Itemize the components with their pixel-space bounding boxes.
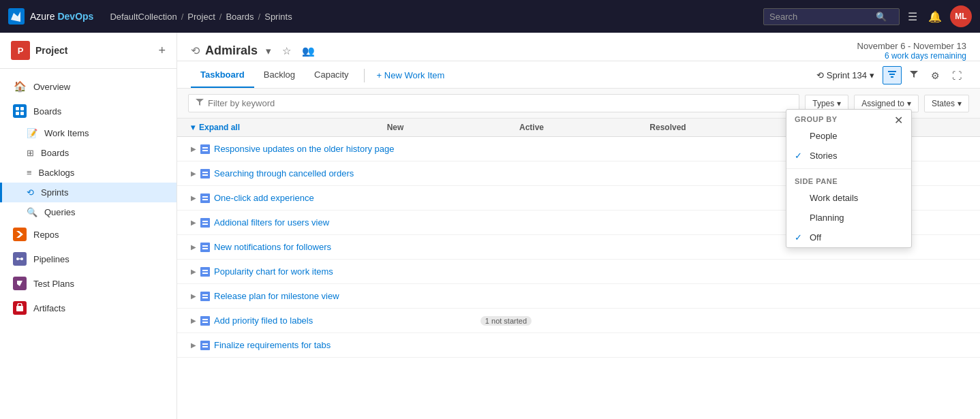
row-expand-icon[interactable]: ▶ — [191, 243, 196, 251]
notifications-icon-btn[interactable]: 🔔 — [925, 7, 945, 26]
work-details-check-icon — [795, 193, 804, 203]
planning-check-icon — [795, 213, 804, 223]
breadcrumb-item-0[interactable]: DefaultCollection — [110, 12, 177, 22]
sprint-dropdown-arrow: ▾ — [870, 70, 874, 80]
work-type-icon — [200, 341, 210, 350]
breadcrumb-item-3[interactable]: Sprints — [264, 12, 292, 22]
row-expand-icon[interactable]: ▶ — [191, 341, 196, 349]
list-icon-btn[interactable]: ☰ — [905, 7, 920, 26]
sidebar-item-test-plans[interactable]: Test Plans — [0, 271, 177, 296]
tab-taskboard[interactable]: Taskboard — [191, 63, 254, 88]
row-expand-icon[interactable]: ▶ — [191, 292, 196, 300]
breadcrumb-item-2[interactable]: Boards — [226, 12, 254, 22]
row-expand-icon[interactable]: ▶ — [191, 317, 196, 324]
work-item-title[interactable]: Addional filters for users view — [214, 217, 532, 228]
sidebar-item-queries-label: Queries — [44, 207, 76, 217]
sidebar-item-artifacts[interactable]: Artifacts — [0, 296, 177, 320]
sidebar-item-pipelines[interactable]: Pipelines — [0, 247, 177, 271]
fullscreen-icon-btn[interactable]: ⛶ — [947, 67, 966, 84]
stories-check-icon: ✓ — [795, 151, 804, 161]
menu-item-people-label: People — [810, 131, 837, 141]
settings-icon-btn[interactable]: ⚙ — [926, 67, 945, 84]
sprint-header-icon: ⟲ — [191, 44, 200, 57]
row-left: ▶ Add priority filed to labels 1 not sta… — [191, 315, 532, 326]
menu-item-people[interactable]: People — [786, 126, 911, 146]
tab-backlog[interactable]: Backlog — [254, 63, 305, 88]
sprint-team-btn[interactable]: 👥 — [299, 44, 318, 59]
menu-item-work-details[interactable]: Work details — [786, 188, 911, 208]
new-work-item-button[interactable]: + New Work Item — [370, 65, 452, 86]
svg-rect-9 — [889, 74, 895, 75]
svg-rect-1 — [16, 107, 19, 110]
sprint-selector-label: Sprint 134 — [827, 70, 867, 80]
search-box[interactable]: 🔍 — [763, 8, 900, 25]
filter-icon-btn[interactable] — [904, 66, 923, 84]
menu-divider — [786, 168, 911, 169]
sidebar-item-repos[interactable]: Repos — [0, 222, 177, 247]
menu-item-off[interactable]: ✓ Off — [786, 228, 911, 247]
sprints-icon: ⟲ — [27, 187, 34, 198]
sidebar-item-backlogs[interactable]: ≡ Backlogs — [0, 163, 177, 183]
sidebar-item-test-plans-label: Test Plans — [33, 279, 74, 289]
work-item-title[interactable]: One-click add experience — [214, 193, 532, 203]
search-input[interactable] — [769, 12, 872, 22]
project-icon: P — [11, 41, 30, 60]
work-item-title[interactable]: Release plan for milestone view — [214, 291, 532, 301]
expand-all-btn[interactable]: ▾ Expand all — [191, 123, 327, 132]
row-left: ▶ Searching through cancelled orders — [191, 168, 532, 179]
menu-item-stories[interactable]: ✓ Stories — [786, 146, 911, 166]
work-item-title[interactable]: Responsive updates on the older history … — [214, 144, 532, 154]
sidebar-item-work-items-label: Work Items — [44, 128, 89, 138]
work-item-title[interactable]: Searching through cancelled orders — [214, 168, 532, 179]
row-expand-icon[interactable]: ▶ — [191, 145, 196, 153]
table-row[interactable]: ▶ Finalize requirements for tabs — [177, 333, 980, 358]
backlogs-icon: ≡ — [27, 168, 32, 178]
table-row[interactable]: ▶ Add priority filed to labels 1 not sta… — [177, 309, 980, 333]
toolbar-right-header: ⟲ Sprint 134 ▾ ⚙ ⛶ — [811, 66, 966, 84]
row-expand-icon[interactable]: ▶ — [191, 170, 196, 177]
filter-keyword-input[interactable] — [208, 98, 344, 108]
page-header: ⟲ Admirals ▾ ☆ 👥 November 6 - November 1… — [177, 33, 980, 61]
states-filter-btn[interactable]: States ▾ — [924, 95, 969, 112]
sidebar: P Project + 🏠 Overview Boards 📝 Work Ite… — [0, 33, 177, 419]
sidebar-item-boards-header[interactable]: Boards — [0, 99, 177, 123]
menu-item-planning[interactable]: Planning — [786, 208, 911, 228]
sidebar-item-sprints[interactable]: ⟲ Sprints — [0, 183, 177, 202]
tabs-bar: Taskboard Backlog Capacity + New Work It… — [177, 63, 980, 89]
types-dropdown-icon: ▾ — [837, 99, 841, 108]
queries-icon: 🔍 — [27, 207, 37, 217]
breadcrumb-item-1[interactable]: Project — [187, 12, 215, 22]
avatar[interactable]: ML — [950, 5, 972, 27]
project-name: Project — [35, 45, 153, 56]
sprint-dropdown-btn[interactable]: ▾ — [263, 44, 274, 59]
group-by-btn[interactable] — [883, 66, 902, 84]
sidebar-project: P Project + — [0, 33, 177, 69]
sidebar-item-overview[interactable]: 🏠 Overview — [0, 74, 177, 99]
sprint-favorite-btn[interactable]: ☆ — [279, 44, 294, 59]
project-add-btn[interactable]: + — [158, 44, 166, 57]
work-item-title[interactable]: New notifications for followers — [214, 242, 532, 252]
sidebar-item-artifacts-label: Artifacts — [33, 303, 65, 313]
row-expand-icon[interactable]: ▶ — [191, 268, 196, 275]
row-expand-icon[interactable]: ▶ — [191, 219, 196, 226]
sidebar-item-sprints-label: Sprints — [41, 187, 68, 198]
sidebar-item-work-items[interactable]: 📝 Work Items — [0, 123, 177, 143]
menu-close-btn[interactable]: ✕ — [891, 114, 906, 127]
filter-bar[interactable] — [188, 94, 799, 112]
sprint-selector-btn[interactable]: ⟲ Sprint 134 ▾ — [811, 67, 880, 83]
table-row[interactable]: ▶ Popularity chart for work items — [177, 260, 980, 284]
azure-devops-logo — [8, 8, 25, 25]
work-item-title[interactable]: Add priority filed to labels — [214, 315, 471, 326]
artifacts-icon — [13, 301, 27, 315]
table-row[interactable]: ▶ Release plan for milestone view — [177, 284, 980, 309]
work-item-title[interactable]: Finalize requirements for tabs — [214, 340, 532, 350]
top-bar: Azure DevOps DefaultCollection / Project… — [0, 0, 980, 33]
row-expand-icon[interactable]: ▶ — [191, 194, 196, 202]
group-by-menu: ✕ Group by People ✓ Stories Side Pane Wo… — [786, 109, 912, 248]
sidebar-item-queries[interactable]: 🔍 Queries — [0, 202, 177, 222]
sidebar-nav: 🏠 Overview Boards 📝 Work Items ⊞ Boards … — [0, 69, 177, 326]
people-check-icon — [795, 131, 804, 141]
sidebar-item-boards[interactable]: ⊞ Boards — [0, 143, 177, 163]
work-item-title[interactable]: Popularity chart for work items — [214, 266, 532, 277]
tab-capacity[interactable]: Capacity — [305, 63, 358, 88]
